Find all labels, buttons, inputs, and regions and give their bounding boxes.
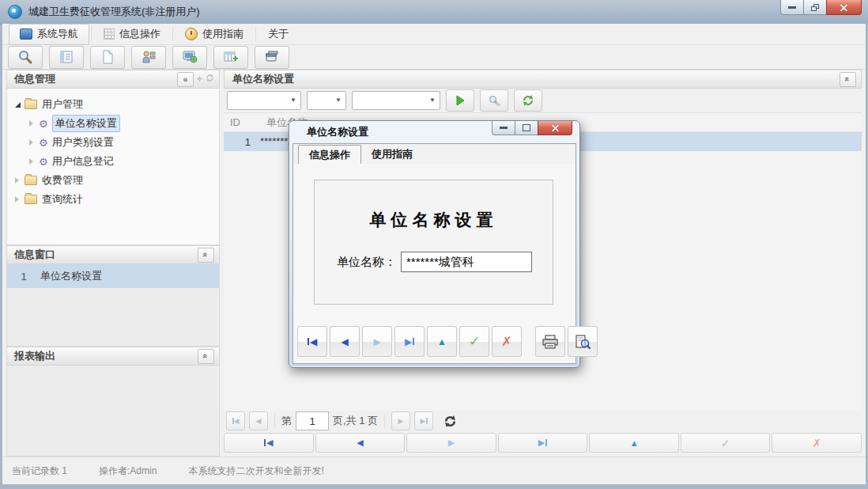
dialog-close-button[interactable]	[538, 121, 572, 135]
filter-operator-combo[interactable]: ▼	[307, 91, 346, 110]
dialog-next-button[interactable]: ▶	[362, 326, 392, 357]
dialog-prev-button[interactable]: ◀	[330, 326, 360, 357]
dialog-maximize-button[interactable]	[515, 121, 538, 135]
dialog-body: 信息操作 使用指南 单位名称设置 单位名称： ◀ ◀ ▶ ▶ ▲ ✓ ✗	[292, 143, 576, 364]
menu-separator	[172, 27, 173, 41]
close-button[interactable]	[826, 0, 862, 15]
record-next-button[interactable]: ▶	[406, 433, 496, 453]
collapse-up-button[interactable]: «	[198, 349, 214, 364]
panel-header-info-manage: 信息管理 « +	[6, 70, 220, 89]
expand-closed-icon[interactable]	[29, 120, 33, 127]
page-number-input[interactable]	[296, 411, 329, 430]
toolbar-user-settings-button[interactable]	[131, 46, 166, 69]
info-window-row[interactable]: 1 单位名称设置	[7, 264, 219, 288]
tree-item-fee-management[interactable]: 收费管理	[7, 171, 219, 190]
toolbar-document-button[interactable]	[90, 46, 125, 69]
document-icon	[100, 49, 115, 65]
record-edit-button[interactable]: ▲	[589, 433, 679, 453]
sidebar: 信息管理 « + 用户管理 ⚙ 单位名称设置	[6, 70, 220, 457]
expand-open-icon[interactable]	[15, 102, 21, 108]
record-nav-bar: ◀ ◀ ▶ ▶ ▲ ✓ ✗	[224, 433, 862, 453]
unit-name-input[interactable]	[401, 252, 532, 272]
dialog-toolbar: ◀ ◀ ▶ ▶ ▲ ✓ ✗	[297, 326, 598, 357]
check-icon: ✓	[469, 333, 480, 350]
dialog-print-preview-button[interactable]	[568, 326, 598, 357]
record-confirm-button[interactable]: ✓	[681, 433, 771, 453]
expand-closed-icon[interactable]	[15, 196, 19, 203]
tree-item-label: 用户管理	[42, 97, 83, 112]
next-record-icon: ▶	[448, 438, 455, 448]
page-last-button[interactable]: ▶	[414, 411, 433, 430]
pager-separator	[384, 414, 385, 428]
tab-info-operation[interactable]: 信息操作	[298, 145, 361, 165]
record-last-button[interactable]: ▶	[498, 433, 588, 453]
expand-closed-icon[interactable]	[15, 177, 19, 184]
dialog-heading: 单位名称设置	[315, 209, 553, 231]
pager-label-page: 第	[281, 414, 292, 428]
tab-user-guide[interactable]: 使用指南	[361, 145, 423, 164]
toolbar-search-button[interactable]	[8, 46, 43, 69]
check-icon: ✓	[721, 437, 730, 449]
menu-item-info-operation[interactable]: 信息操作	[93, 25, 171, 44]
restore-button[interactable]	[803, 0, 827, 15]
dialog-minimize-button[interactable]	[492, 121, 515, 135]
bar-icon	[264, 439, 266, 446]
toolbar-window-stack-button[interactable]	[255, 46, 289, 69]
unit-name-field-row: 单位名称：	[315, 252, 553, 272]
status-record-count: 当前记录数 1	[12, 464, 67, 478]
page-next-button[interactable]: ▶	[391, 411, 410, 430]
maximize-icon	[523, 124, 530, 131]
record-cancel-button[interactable]: ✗	[772, 433, 862, 453]
dialog-cancel-button[interactable]: ✗	[492, 326, 522, 357]
pager-label-total: 页,共 1 页	[333, 414, 378, 428]
filter-refresh-button[interactable]	[514, 89, 542, 112]
collapse-left-button[interactable]: «	[177, 72, 194, 87]
window-controls	[781, 0, 862, 15]
last-record-icon: ▶	[405, 336, 412, 347]
record-first-button[interactable]: ◀	[224, 433, 314, 453]
panel-title: 信息窗口	[14, 248, 55, 262]
dialog-print-button[interactable]	[535, 326, 565, 357]
collapse-up-button[interactable]: «	[198, 248, 214, 263]
menu-item-system-nav[interactable]: 系统导航	[9, 24, 89, 45]
filter-field-combo[interactable]: ▼	[227, 91, 301, 110]
tree-item-label: 单位名称设置	[52, 115, 120, 132]
tree-item-user-info-register[interactable]: ⚙ 用户信息登记	[7, 152, 219, 171]
filter-advanced-search-button[interactable]	[480, 89, 508, 112]
toolbar-monitor-button[interactable]	[172, 46, 207, 69]
expand-closed-icon[interactable]	[29, 158, 33, 165]
page-first-button[interactable]: ◀	[226, 411, 245, 430]
close-icon	[840, 3, 848, 12]
record-prev-button[interactable]: ◀	[315, 433, 406, 453]
tree-item-unit-name-setting[interactable]: ⚙ 单位名称设置	[7, 114, 219, 133]
refresh-dark-icon	[443, 415, 457, 428]
dialog-last-button[interactable]: ▶	[394, 326, 425, 357]
grid-col-id[interactable]: ID	[224, 116, 257, 128]
bar-icon	[426, 418, 428, 424]
dialog-edit-button[interactable]: ▲	[427, 326, 457, 357]
menu-item-about[interactable]: 关于	[258, 25, 299, 44]
minimize-icon	[500, 127, 508, 129]
unit-name-label: 单位名称：	[337, 255, 396, 270]
grid-icon	[104, 28, 115, 40]
pager-refresh-button[interactable]	[443, 415, 457, 428]
filter-value-combo[interactable]: ▼	[352, 91, 440, 110]
expand-closed-icon[interactable]	[29, 139, 33, 146]
tree-item-query-statistics[interactable]: 查询统计	[7, 190, 219, 209]
dialog-confirm-button[interactable]: ✓	[459, 326, 489, 357]
printer-icon	[542, 334, 559, 350]
dialog-first-button[interactable]: ◀	[297, 326, 327, 357]
tree-item-user-category-setting[interactable]: ⚙ 用户类别设置	[7, 133, 219, 152]
filter-run-button[interactable]	[446, 89, 474, 112]
menu-item-user-guide[interactable]: 使用指南	[175, 25, 254, 44]
page-prev-button[interactable]: ◀	[249, 411, 268, 430]
minimize-button[interactable]	[780, 0, 804, 15]
toolbar-form-button[interactable]	[49, 46, 84, 69]
first-record-icon: ◀	[310, 336, 317, 347]
collapse-up-icon: «	[202, 252, 211, 257]
window-stack-icon	[264, 49, 280, 65]
collapse-up-button[interactable]: «	[840, 72, 856, 87]
collapse-left-icon: «	[183, 74, 187, 84]
tree-item-user-management[interactable]: 用户管理	[7, 95, 219, 114]
toolbar-table-add-button[interactable]	[213, 46, 248, 69]
